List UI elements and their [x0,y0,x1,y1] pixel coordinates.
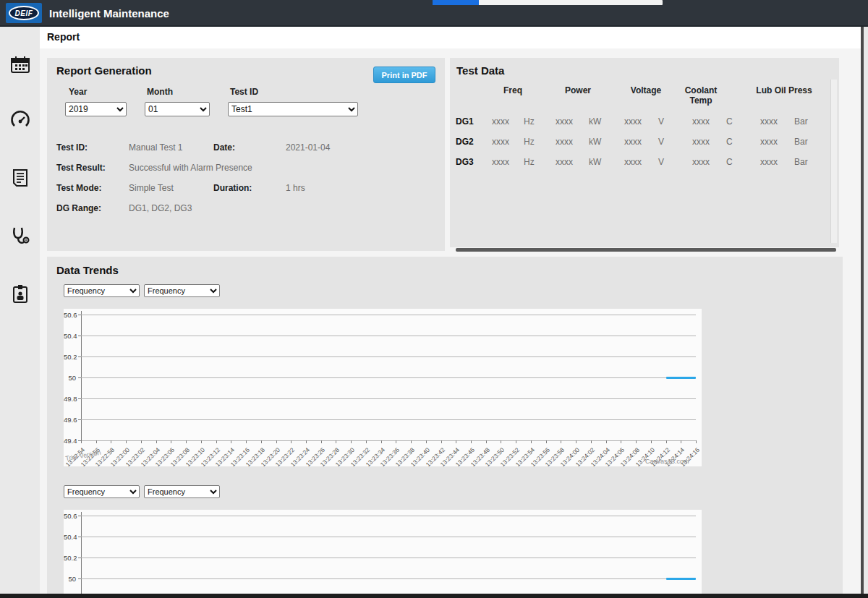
x-tick [486,440,487,443]
summary-dl: DG Range: [56,203,101,213]
test-data-panel: Test Data FreqPowerVoltageCoolantTempLub… [450,58,839,247]
series-line-Frequency [666,578,696,580]
gridline [81,537,696,537]
window-bottom-border [0,594,868,598]
page-header: Report [40,27,868,48]
x-tick [666,440,667,443]
x-tick [546,440,547,443]
x-tick [561,440,561,443]
trend-parameter-select[interactable]: Frequency [144,485,220,498]
trend-parameter-select[interactable]: Frequency [64,485,140,498]
y-tick-label: 50.2 [64,554,76,562]
gridline [81,516,696,516]
deif-logo[interactable]: DEIF [6,3,42,23]
column-header: Voltage [612,85,680,116]
y-axis-line [81,311,82,440]
y-tick-label: 49.4 [64,437,76,445]
y-tick [78,537,81,537]
report-generation-title: Report Generation [56,64,152,77]
x-tick [426,440,427,443]
cell-unit: Hz [519,116,544,137]
series-line-Frequency [666,377,696,379]
summary-dv: DG1, DG2, DG3 [129,203,192,213]
test-data-vertical-scrollbar[interactable] [830,80,837,243]
x-tick [576,440,576,443]
testid-select[interactable]: Test1 [228,102,358,116]
x-tick [111,440,111,443]
x-tick [441,440,442,443]
chart1-selectors: FrequencyFrequency [64,284,220,297]
summary-dl: Test ID: [56,142,88,153]
summary-dv2: 1 hrs [286,183,305,193]
gridline [81,356,696,357]
x-tick [261,440,262,443]
app-window: DEIF Intelligent Maintenance Report [0,0,868,598]
print-in-pdf-button[interactable]: Print in PDF [373,67,435,83]
y-tick-label: 50.6 [64,311,76,319]
sidebar-item-calendar[interactable] [8,53,33,77]
trend-parameter-select[interactable]: Frequency [64,284,140,297]
cell-value: xxxx [680,116,722,137]
gridline [81,315,696,315]
cell-value: xxxx [612,116,654,137]
y-tick-label: 50 [64,374,76,382]
loading-progress-bar [433,0,663,5]
gridline [81,578,696,579]
clipboard-person-icon [9,283,31,304]
x-tick [276,440,277,443]
summary-row: DG Range:DG1, DG2, DG3 [47,203,445,218]
cell-unit: Bar [790,157,820,177]
sidebar-item-dashboard[interactable] [8,108,33,132]
y-tick [78,356,81,357]
cell-unit: V [654,157,680,177]
cell-unit: kW [584,157,612,177]
gridline [81,336,696,336]
cell-unit: Hz [519,157,544,177]
cell-value: xxxx [482,157,519,177]
x-tick [396,440,396,443]
gridline [81,377,696,378]
x-tick [651,440,652,443]
summary-dv: Manual Test 1 [129,142,183,153]
month-label: Month [147,87,173,97]
cell-unit: C [722,157,748,177]
cell-unit: kW [584,137,612,157]
page-title: Report [47,31,80,43]
cell-unit: C [722,137,748,157]
sidebar-item-diagnostics[interactable] [8,223,33,248]
cell-value: xxxx [748,116,790,137]
y-tick [78,578,81,579]
y-axis-line [81,512,82,594]
cell-unit: V [654,116,680,137]
test-data-horizontal-scrollbar[interactable] [456,248,836,252]
row-label: DG3 [456,157,482,177]
x-tick [246,440,247,443]
sidebar-item-report[interactable] [8,166,33,190]
top-bar: DEIF Intelligent Maintenance [0,0,868,27]
trend-parameter-select[interactable]: Frequency [144,284,220,297]
cell-unit: Bar [790,137,820,157]
cell-unit: Bar [790,116,820,137]
cell-unit: kW [584,116,612,137]
cell-value: xxxx [544,116,584,137]
y-tick [78,398,81,399]
x-tick [531,440,532,443]
y-tick [78,419,81,420]
frequency-chart-1: 50.650.450.25049.849.649.413:22:5413:22:… [64,309,702,466]
x-tick [81,440,82,443]
y-tick [78,315,81,315]
data-trends-panel: Data Trends FrequencyFrequency 50.650.45… [47,257,843,594]
sidebar-item-audit[interactable] [8,281,33,306]
x-tick [201,440,202,443]
y-tick-label: 50 [64,575,76,583]
summary-row: Test Mode:Simple TestDuration:1 hrs [47,183,445,197]
summary-dv2: 2021-01-04 [286,142,330,153]
window-right-scroll-area[interactable] [864,27,868,594]
year-select[interactable]: 2019 [65,102,127,116]
gridline [81,440,696,441]
gridline [81,558,696,558]
month-select[interactable]: 01 [145,102,210,116]
x-tick [621,440,621,443]
y-tick-label: 50.4 [64,533,76,541]
app-title: Intelligent Maintenance [49,0,169,27]
